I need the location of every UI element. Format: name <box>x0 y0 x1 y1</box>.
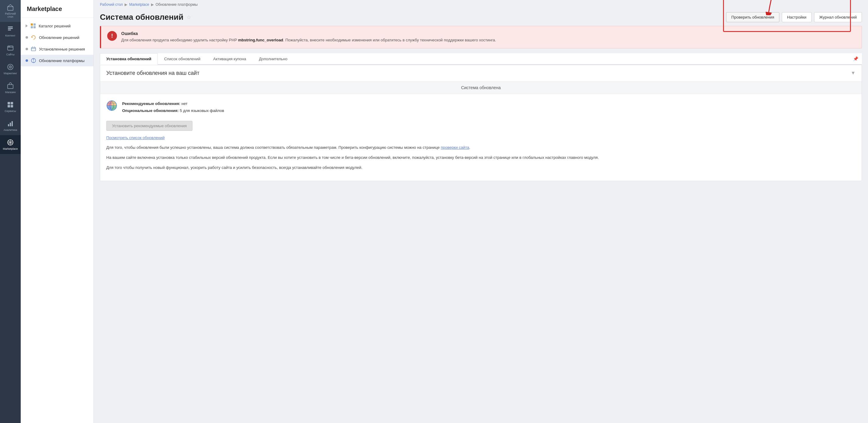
header-buttons: Проверить обновления Настройки Журнал об… <box>726 12 862 22</box>
svg-rect-20 <box>31 24 33 26</box>
svg-rect-15 <box>11 105 13 107</box>
sidebar-menu: Каталог решений Обновление решений <box>21 18 93 69</box>
update-log-button[interactable]: Журнал обновлений <box>814 12 862 22</box>
sites-icon <box>7 44 14 52</box>
breadcrumb-sep1: ▶ <box>125 2 127 7</box>
svg-rect-2 <box>8 28 13 29</box>
sidebar-item-marketing[interactable]: Маркетинг <box>0 60 21 78</box>
breadcrumb-sep2: ▶ <box>151 2 154 7</box>
panel-chevron-icon[interactable]: ▼ <box>850 70 856 76</box>
marketplace-label: Marketplace <box>3 147 18 150</box>
breadcrumb: Рабочий стол ▶ Marketplace ▶ Обновление … <box>94 0 868 9</box>
marketing-label: Маркетинг <box>4 72 17 75</box>
recommended-label: Рекомендуемые обновления: <box>122 101 182 106</box>
svg-point-6 <box>8 46 9 47</box>
error-text: Для обновления продукта необходимо удали… <box>121 37 496 43</box>
tab-coupon[interactable]: Активация купона <box>207 53 252 65</box>
sidebar-item-analytics[interactable]: Аналитика <box>0 116 21 135</box>
error-text-before: Для обновления продукта необходимо удали… <box>121 38 238 42</box>
tab-extra[interactable]: Дополнительно <box>252 53 294 65</box>
sidebar-item-services[interactable]: Сервисы <box>0 97 21 116</box>
update-solutions-icon <box>30 34 36 40</box>
svg-rect-24 <box>31 47 36 51</box>
sites-label: Сайты <box>6 53 14 56</box>
view-list-link-wrapper: Посмотреть список обновлений <box>106 135 856 140</box>
system-updated-text: Система обновлена <box>461 85 501 90</box>
error-code: mbstring.func_overload <box>238 38 283 42</box>
sidebar-item-update-solutions[interactable]: Обновление решений <box>21 32 93 43</box>
pin-icon: 📌 <box>849 53 862 64</box>
svg-rect-23 <box>33 26 36 28</box>
recommended-value: нет <box>182 101 188 106</box>
optional-value: 5 <box>180 108 182 113</box>
tabs: Установка обновлений Список обновлений А… <box>100 53 862 65</box>
installed-icon <box>30 46 36 52</box>
updates-panel: Установите обновления на ваш сайт ▼ Сист… <box>100 65 862 181</box>
svg-rect-18 <box>11 121 13 126</box>
tab-list[interactable]: Список обновлений <box>158 53 207 65</box>
analytics-label: Аналитика <box>4 128 18 131</box>
desktop-label: Рабочийстол <box>5 12 16 18</box>
favorite-star-icon[interactable]: ☆ <box>186 14 191 21</box>
shop-icon <box>7 82 14 90</box>
sidebar-item-desktop[interactable]: Рабочийстол <box>0 0 21 22</box>
svg-point-27 <box>33 62 34 62</box>
error-text-after: . Пожалуйста, внесите необходимые измене… <box>283 38 496 42</box>
svg-rect-14 <box>8 105 10 107</box>
svg-point-10 <box>10 67 11 68</box>
tab-install[interactable]: Установка обновлений <box>100 53 158 65</box>
services-label: Сервисы <box>5 109 16 112</box>
sidebar: Marketplace Каталог решений <box>21 0 94 423</box>
info-text-2: На вашем сайте включена установка только… <box>106 155 856 161</box>
analytics-icon <box>7 120 14 127</box>
recommended-line: Рекомендуемые обновления: нет <box>122 100 224 107</box>
panel-body: Рекомендуемые обновления: нет Опциональн… <box>100 94 862 181</box>
install-updates-button: Установить рекомендуемые обновления <box>106 121 192 131</box>
services-icon <box>7 101 14 108</box>
home-icon <box>7 4 14 11</box>
breadcrumb-desktop[interactable]: Рабочий стол <box>100 2 123 7</box>
settings-button[interactable]: Настройки <box>782 12 812 22</box>
optional-line: Опциональные обновления: 5 для языковых … <box>122 107 224 114</box>
catalog-label: Каталог решений <box>39 24 71 28</box>
svg-rect-22 <box>31 26 33 28</box>
panel-title: Установите обновления на ваш сайт <box>106 70 199 76</box>
sidebar-item-sites[interactable]: Сайты <box>0 41 21 60</box>
update-text-block: Рекомендуемые обновления: нет Опциональн… <box>122 100 224 115</box>
view-list-link[interactable]: Посмотреть список обновлений <box>106 135 164 140</box>
content-area: ! Ошибка Для обновления продукта необход… <box>94 26 868 423</box>
page-title-row: Система обновлений ☆ <box>100 12 191 22</box>
breadcrumb-marketplace[interactable]: Marketplace <box>129 2 149 7</box>
check-updates-button[interactable]: Проверить обновления <box>726 12 779 22</box>
update-info-row: Рекомендуемые обновления: нет Опциональн… <box>106 100 856 115</box>
sidebar-item-platform-update[interactable]: Обновление платформы <box>21 55 93 66</box>
sidebar-item-installed[interactable]: Установленные решения <box>21 43 93 55</box>
optional-suffix-text: для языковых файлов <box>183 108 224 113</box>
error-content: Ошибка Для обновления продукта необходим… <box>121 31 496 43</box>
installed-label: Установленные решения <box>39 47 85 52</box>
svg-rect-11 <box>8 85 13 89</box>
system-updated-bar: Система обновлена <box>100 82 862 94</box>
breadcrumb-current: Обновление платформы <box>156 2 198 7</box>
svg-rect-3 <box>8 30 11 30</box>
site-check-link[interactable]: проверки сайта <box>441 145 469 150</box>
sidebar-item-content[interactable]: Контент <box>0 22 21 41</box>
globe-icon <box>106 100 117 111</box>
sidebar-item-marketplace[interactable]: Marketplace <box>0 135 21 154</box>
sidebar-title: Marketplace <box>21 0 93 18</box>
info-text-3: Для того чтобы получить новый функционал… <box>106 165 856 171</box>
error-box: ! Ошибка Для обновления продукта необход… <box>100 26 862 48</box>
content-label: Контент <box>5 34 15 37</box>
icon-bar: Рабочийстол Контент Сайты Маркетинг <box>0 0 21 423</box>
marketing-icon <box>7 63 14 71</box>
svg-point-7 <box>9 46 10 47</box>
update-solutions-label: Обновление решений <box>39 35 80 40</box>
info-text-1: Для того, чтобы обновления были успешно … <box>106 144 856 151</box>
sidebar-item-shop[interactable]: Магазин <box>0 78 21 97</box>
svg-rect-1 <box>8 27 13 27</box>
dot-icon <box>26 36 28 39</box>
sidebar-item-catalog[interactable]: Каталог решений <box>21 20 93 32</box>
svg-rect-17 <box>10 123 11 126</box>
active-dot-icon <box>26 59 28 62</box>
error-icon: ! <box>107 31 117 41</box>
